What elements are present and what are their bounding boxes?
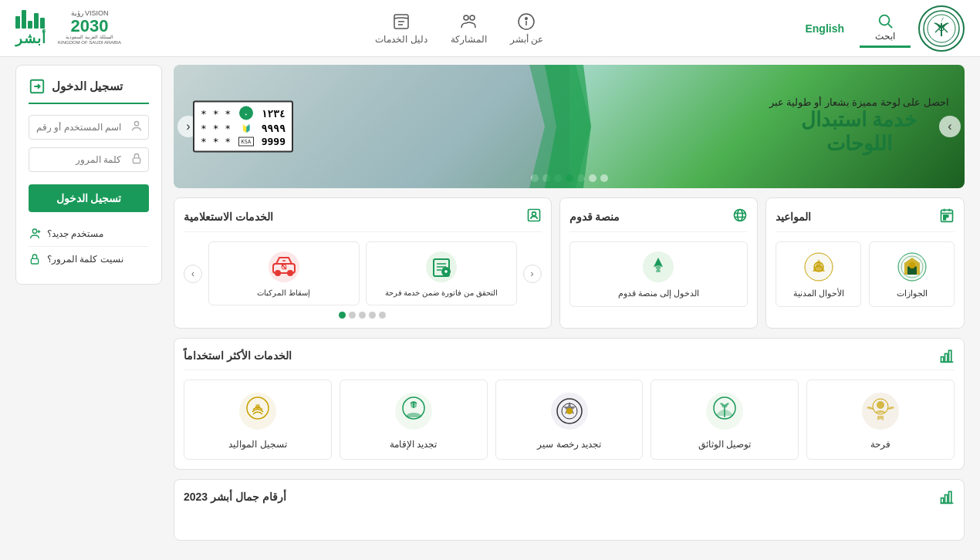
banner-dot-1[interactable] [600,174,608,182]
svg-rect-79 [133,158,140,164]
most-used-header: الخدمات الأكثر استخداماً [184,348,955,370]
arrival-title: منصة قدوم [569,211,620,223]
arrival-entry-label: الدخول إلى منصة قدوم [618,288,699,299]
svg-rect-73 [941,498,944,504]
check-invoice-label: التحقق من فاتورة ضمن خدمة فرحة [385,288,498,297]
appointments-header: المواعيد [776,207,955,232]
appointments-title: المواعيد [776,211,811,223]
chart-header: أرقام جمال أبشر 2023 [184,489,955,504]
arrival-card: منصة قدوم الدخول إ [559,197,759,329]
inquiry-dot-3[interactable] [359,312,366,319]
svg-point-80 [32,229,36,233]
renew-license-icon [548,390,591,433]
svg-rect-83 [31,258,38,264]
login-header: تسجيل الدخول [29,78,149,104]
inquiry-dot-5[interactable] [339,312,346,319]
arrival-entry-item[interactable]: الدخول إلى منصة قدوم [569,241,749,307]
banner-subtitle: احصل على لوحة مميزة بشعار أو طولية عبر [769,96,949,108]
drop-vehicles-icon [267,250,301,284]
inquiry-icon [526,207,542,225]
nav-about[interactable]: عن أبشر [510,12,543,45]
renew-license-item[interactable]: تجديد رخصة سير [495,380,644,460]
svg-point-9 [525,17,527,19]
passports-icon [895,250,929,284]
plate-row3-num: 9999 [262,136,286,147]
deliver-docs-icon [703,390,746,433]
vision-year: 2030 [58,18,121,35]
svg-point-70 [239,393,276,430]
nav-participation[interactable]: المشاركة [451,12,487,45]
info-icon [517,12,536,31]
inquiry-dot-1[interactable] [379,312,386,319]
svg-rect-24 [944,218,946,220]
drop-vehicles-label: إسقاط المركبات [257,288,310,297]
svg-point-78 [134,122,138,126]
svg-point-12 [470,15,475,20]
inquiry-header: الخدمات الاستعلامية [184,207,542,232]
people-icon [459,12,478,31]
login-links: مستخدم جديد؟ نسيت كلمة المرور؟ [29,221,149,272]
plate-row2-num: ٩٩٩٩ [262,122,286,133]
search-label: ابحث [875,31,895,42]
arrival-entry-icon [641,250,675,284]
renew-iqama-item[interactable]: تجديد الإقامة [340,380,488,460]
farha-item[interactable]: فرحة [806,380,955,460]
banner-next-button[interactable]: › [939,116,961,137]
plate-row1-num: ١٢٣٤ [262,107,286,119]
new-user-link[interactable]: مستخدم جديد؟ [29,221,149,247]
inquiry-items-row: ‹ [184,241,542,305]
inquiry-card: الخدمات الاستعلامية ‹ [174,197,552,329]
calendar-icon [939,207,955,225]
forgot-password-icon [29,253,41,265]
abshir-text: أبشر [15,30,46,47]
drop-vehicles-item[interactable]: إسقاط المركبات [208,241,360,305]
civil-affairs-label: الأحوال المدنية [793,288,844,299]
forgot-password-label: نسيت كلمة المرور؟ [47,254,123,265]
register-births-item[interactable]: تسجيل المواليد [184,380,332,460]
bottom-chart-card: أرقام جمال أبشر 2023 [174,479,965,541]
banner-title-line2: اللوحات [769,133,949,157]
deliver-docs-item[interactable]: توصيل الوثائق [651,380,799,460]
svg-line-7 [888,24,892,28]
search-button[interactable]: ابحث [860,8,911,48]
inquiry-dot-4[interactable] [349,312,356,319]
header-logos: VISION رؤية 2030 المملكة العربية السعودي… [15,10,121,47]
passports-item[interactable]: الجوازات [869,241,955,307]
english-link[interactable]: English [797,22,852,35]
plate-ksa: KSA [238,137,255,146]
plate-row3-stars: * * * [201,136,231,147]
forgot-password-link[interactable]: نسيت كلمة المرور؟ [29,247,149,272]
svg-line-4 [941,26,948,32]
civil-affairs-item[interactable]: الأحوال المدنية [776,241,861,307]
svg-point-59 [877,401,884,409]
nav-participation-label: المشاركة [451,34,487,45]
inquiry-next-button[interactable]: › [184,265,202,283]
inquiry-prev-button[interactable]: ‹ [523,265,542,283]
username-group [29,115,149,140]
nav-services-guide[interactable]: دليل الخدمات [375,12,427,45]
svg-point-6 [880,15,890,25]
login-button[interactable]: تسجيل الدخول [29,184,149,212]
chart-icon [939,489,955,504]
most-used-card: الخدمات الأكثر استخداماً [174,338,965,470]
deliver-docs-label: توصيل الوثائق [698,439,751,450]
appointments-card: المواعيد [765,197,965,329]
inquiry-dots [184,312,542,319]
vision-sub: المملكة العربية السعوديةKINGDOM OF SAUDI… [58,35,121,46]
renew-license-label: تجديد رخصة سير [537,439,601,450]
svg-point-67 [395,393,432,430]
most-used-title: الخدمات الأكثر استخداماً [184,349,292,362]
inquiry-dot-2[interactable] [369,312,376,319]
svg-point-31 [738,210,743,221]
svg-rect-54 [945,354,948,363]
svg-point-66 [566,408,573,414]
check-invoice-item[interactable]: التحقق من فاتورة ضمن خدمة فرحة [366,241,517,305]
arrival-items: الدخول إلى منصة قدوم [569,241,749,307]
banner-chevron [529,65,591,188]
svg-rect-35 [656,270,661,272]
svg-point-37 [532,212,536,216]
services-row: المواعيد [174,197,965,329]
search-icon [877,12,894,29]
inquiry-title: الخدمات الاستعلامية [184,211,273,223]
logo-icon [922,9,961,48]
